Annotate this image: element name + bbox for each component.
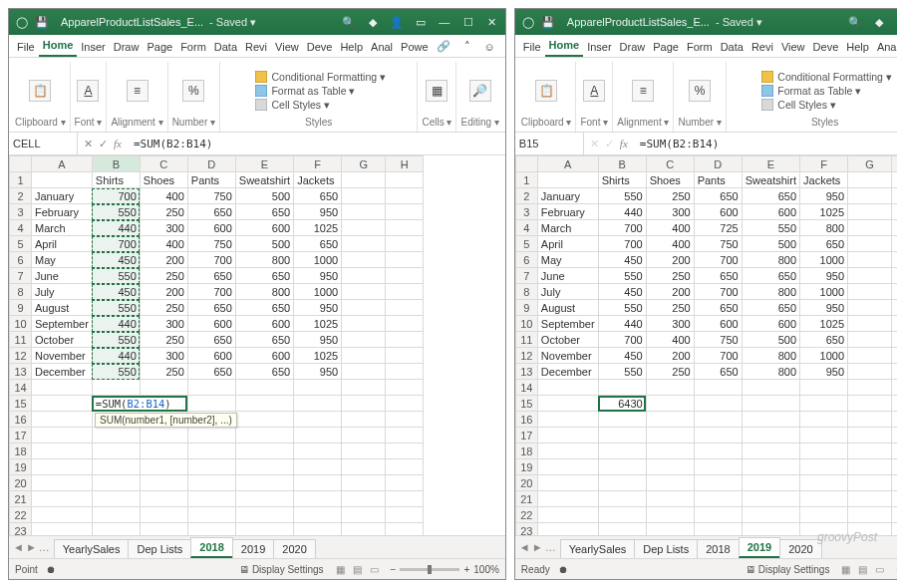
cell[interactable]: 600 [187,220,235,236]
tab-analyze[interactable]: Anal [873,38,897,57]
cell[interactable] [386,364,424,380]
cell[interactable]: 550 [598,268,646,284]
cell[interactable]: Shoes [140,172,187,188]
sheet-tab[interactable]: 2018 [190,537,232,558]
cell[interactable] [140,428,187,443]
cell[interactable]: 725 [694,220,742,236]
col-header[interactable]: E [235,156,293,172]
cell[interactable] [742,412,799,428]
cell[interactable]: 300 [140,348,187,364]
col-header[interactable]: B [598,156,646,172]
formula-input[interactable]: =SUM(B2:B14) [128,133,505,154]
cell[interactable]: 250 [140,364,187,380]
cell[interactable] [140,491,187,507]
cell[interactable]: 600 [235,220,293,236]
row-header[interactable]: 5 [515,236,537,252]
cell[interactable] [537,428,598,443]
cell[interactable] [848,443,892,459]
cell[interactable]: 650 [742,268,799,284]
cell[interactable] [694,396,742,412]
cell[interactable] [694,428,742,443]
tab-review[interactable]: Revi [748,38,777,57]
cell[interactable]: 1000 [800,252,848,268]
cell[interactable] [187,428,235,443]
cell[interactable] [235,396,293,412]
row-header[interactable]: 8 [10,284,32,300]
tab-insert[interactable]: Inser [77,38,109,57]
saved-indicator[interactable]: - Saved ▾ [716,16,762,29]
tab-nav-prev-icon[interactable]: ◄ [13,541,24,553]
cell[interactable]: 800 [235,252,293,268]
cell[interactable] [892,364,897,380]
tab-nav-next-icon[interactable]: ► [26,541,37,553]
cell[interactable] [386,172,424,188]
col-header[interactable] [515,156,537,172]
record-macro-icon[interactable]: ⏺ [558,564,568,575]
cell[interactable] [92,491,140,507]
gem-icon[interactable]: ◆ [872,15,886,29]
number-button[interactable]: % [182,80,204,102]
result-cell[interactable]: 6430 [598,396,646,412]
cell[interactable] [342,507,386,523]
sheet-tab[interactable]: YearlySales [54,539,130,558]
cell[interactable]: April [32,236,93,252]
format-as-table-button[interactable]: Format as Table ▾ [761,85,892,97]
cell[interactable]: January [537,188,598,204]
zoom-slider[interactable]: −+100% [391,564,499,575]
col-header[interactable]: B [92,156,140,172]
cell[interactable] [342,284,386,300]
tab-help[interactable]: Help [842,38,873,57]
row-header[interactable]: 10 [10,316,32,332]
tab-review[interactable]: Revi [241,38,271,57]
cell[interactable]: 950 [294,204,342,220]
tab-home[interactable]: Home [39,36,78,57]
cell[interactable]: 650 [235,268,293,284]
cell[interactable]: Shoes [646,172,694,188]
cell[interactable]: 950 [800,268,848,284]
cell[interactable] [187,396,235,412]
cell[interactable]: 600 [187,316,235,332]
cell[interactable] [342,348,386,364]
cell[interactable] [848,332,892,348]
cell[interactable]: 200 [140,252,187,268]
row-header[interactable]: 7 [515,268,537,284]
cell[interactable] [140,443,187,459]
cell[interactable]: 550 [598,364,646,380]
cell[interactable]: 1025 [294,220,342,236]
cell[interactable] [342,220,386,236]
cell[interactable] [646,443,694,459]
cell[interactable]: 700 [92,188,140,204]
name-box[interactable]: CELL [9,133,78,154]
cell[interactable] [800,491,848,507]
cell[interactable] [848,475,892,491]
cell[interactable] [848,459,892,475]
formula-input[interactable]: =SUM(B2:B14) [634,133,897,154]
cell[interactable] [646,507,694,523]
cell[interactable]: 300 [646,316,694,332]
cell[interactable] [892,428,897,443]
tab-page[interactable]: Page [649,38,683,57]
cell[interactable] [342,364,386,380]
tab-help[interactable]: Help [336,38,367,57]
cell[interactable] [386,252,424,268]
cell[interactable] [32,172,93,188]
cell[interactable]: Sweatshirt [235,172,293,188]
cell[interactable]: 500 [742,332,799,348]
cell[interactable] [848,268,892,284]
row-header[interactable]: 21 [10,491,32,507]
cell[interactable] [598,523,646,536]
row-header[interactable]: 19 [10,459,32,475]
cell[interactable] [386,491,424,507]
cell[interactable]: 600 [742,316,799,332]
row-header[interactable]: 22 [10,507,32,523]
cell[interactable] [386,284,424,300]
share-icon[interactable]: 🔗 [433,37,454,57]
cell[interactable]: 400 [646,220,694,236]
tab-formulas[interactable]: Form [683,38,717,57]
cell[interactable]: 440 [598,316,646,332]
cell[interactable]: 550 [598,300,646,316]
cell[interactable] [892,220,897,236]
cell[interactable] [342,491,386,507]
tab-developer[interactable]: Deve [809,38,843,57]
cell[interactable] [646,428,694,443]
